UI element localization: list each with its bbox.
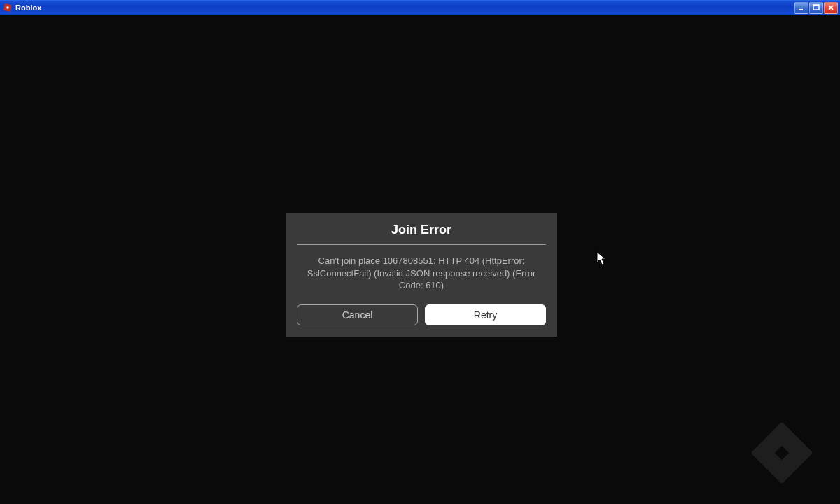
- close-button[interactable]: [824, 2, 838, 14]
- cursor-icon: [596, 251, 608, 267]
- retry-button[interactable]: Retry: [425, 304, 546, 326]
- app-icon: [3, 3, 13, 13]
- minimize-button[interactable]: [794, 2, 808, 14]
- svg-rect-1: [6, 6, 9, 9]
- cancel-button[interactable]: Cancel: [297, 304, 418, 326]
- titlebar: Roblox: [0, 0, 840, 15]
- dialog-title: Join Error: [297, 223, 546, 244]
- dialog-buttons: Cancel Retry: [297, 304, 546, 326]
- svg-rect-4: [813, 5, 819, 6]
- viewport: Join Error Can't join place 1067808551: …: [0, 15, 840, 504]
- join-error-dialog: Join Error Can't join place 1067808551: …: [286, 213, 557, 337]
- dialog-message: Can't join place 1067808551: HTTP 404 (H…: [297, 255, 546, 292]
- svg-rect-2: [799, 9, 803, 10]
- dialog-divider: [297, 244, 546, 245]
- window-title: Roblox: [15, 4, 794, 12]
- window-controls: [794, 2, 838, 14]
- roblox-logo-icon: [750, 421, 813, 484]
- maximize-button[interactable]: [809, 2, 823, 14]
